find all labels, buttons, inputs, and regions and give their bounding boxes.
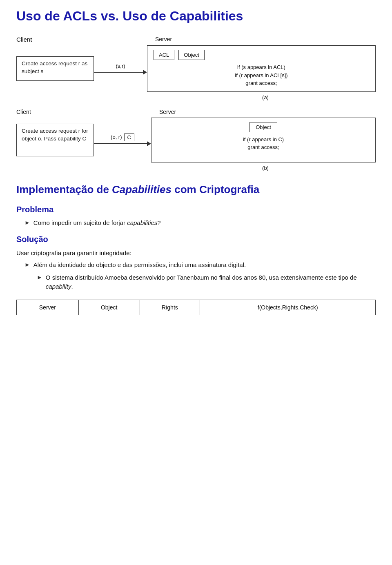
client-label-a: Client	[16, 36, 94, 43]
client-box-a-text: Create access request r as subject s	[22, 60, 87, 74]
problema-title: Problema	[16, 205, 376, 214]
arrow-label-b: (o, r)	[111, 134, 122, 140]
sub-bullet-item-1: ► O sistema distribuído Amoeba desenvolv…	[37, 273, 376, 291]
server-inner-a: ACL Object	[154, 50, 369, 60]
section2-heading: Implementação de Capabilities com Cripto…	[16, 183, 376, 196]
solucao-body: Usar criptografia para garantir integrid…	[16, 248, 376, 258]
bullet-arrow-1: ►	[24, 219, 30, 226]
server-text-b: if (r appears in C) grant access;	[158, 136, 369, 151]
diagram-a: Create access request r as subject s (s,…	[16, 45, 376, 92]
arrow-line-body-a	[94, 72, 143, 73]
server-box-a: ACL Object if (s appears in ACL) if (r a…	[147, 45, 376, 92]
object-box-a: Object	[178, 50, 205, 60]
client-box-a: Create access request r as subject s	[16, 56, 94, 81]
sub-bullet-text-1: O sistema distribuído Amoeba desenvolvid…	[46, 273, 376, 291]
bullet1-italic: capabilities	[127, 219, 157, 226]
table-cell-rights: Rights	[140, 300, 200, 315]
diagram-b-section: Client Server Create access request r fo…	[16, 109, 376, 171]
bullet3-italic: capability	[46, 283, 71, 290]
server-label-b: Server	[151, 109, 176, 115]
server-text-a-line1: if (s appears in ACL)	[154, 63, 369, 71]
bullet3-prefix: O sistema distribuído Amoeba desenvolvid…	[46, 274, 357, 281]
diagram-a-labels: Client Server	[16, 36, 376, 43]
diagram-b-labels: Client Server	[16, 109, 376, 115]
bullet-arrow-2: ►	[24, 261, 30, 268]
diagram-b: Create access request r for object o. Pa…	[16, 118, 376, 162]
arrow-line-b	[94, 141, 151, 146]
server-text-a-line3: grant access;	[154, 79, 369, 87]
section2-prefix: Implementação de	[16, 183, 112, 196]
bullet-text-2: Além da identidade do objecto e das perm…	[33, 260, 246, 270]
section2-italic: Capabilities	[112, 183, 172, 196]
client-label-b: Client	[16, 109, 94, 115]
arrow-head-b	[147, 141, 151, 146]
diagram-a-sublabel: (a)	[155, 94, 376, 100]
bullet1-end: ?	[157, 219, 160, 226]
server-inner-b: Object	[158, 122, 369, 132]
server-text-b-line2: grant access;	[158, 143, 369, 151]
server-label-a: Server	[147, 36, 172, 43]
bullet-item-2: ► Além da identidade do objecto e das pe…	[24, 260, 376, 270]
arrow-area-b: (o, r) C	[94, 133, 151, 146]
title-italic: Capabilities	[170, 9, 243, 23]
object-box-b: Object	[249, 122, 277, 132]
server-text-b-line1: if (r appears in C)	[158, 136, 369, 144]
solucao-title: Solução	[16, 235, 376, 244]
c-badge: C	[124, 133, 134, 141]
server-text-a-line2: if (r appears in ACL[s])	[154, 71, 369, 80]
arrow-label-a: (s,r)	[116, 63, 125, 69]
table-cell-function: f(Objects,Rights,Check)	[200, 300, 376, 315]
table-row: Server Object Rights f(Objects,Rights,Ch…	[17, 300, 376, 315]
arrow-line-a	[94, 70, 147, 75]
table-cell-server: Server	[17, 300, 79, 315]
table-cell-object: Object	[78, 300, 140, 315]
bullet-text-1: Como impedir um sujeito de forjar capabi…	[33, 218, 161, 228]
diagram-b-sublabel: (b)	[155, 165, 376, 171]
client-box-b-text: Create access request r for object o. Pa…	[22, 128, 88, 142]
bullet-item-1: ► Como impedir um sujeito de forjar capa…	[24, 218, 376, 228]
arrow-area-a: (s,r)	[94, 63, 147, 75]
bullet1-text: Como impedir um sujeito de forjar	[33, 219, 127, 226]
title-prefix: Uso de ACLs vs. Uso de	[16, 9, 170, 23]
client-box-b: Create access request r for object o. Pa…	[16, 124, 94, 156]
bullet3-end: .	[71, 283, 73, 290]
section2-suffix: com Criptografia	[172, 183, 259, 196]
bottom-table: Server Object Rights f(Objects,Rights,Ch…	[16, 300, 376, 315]
acl-box: ACL	[154, 50, 174, 60]
page-title: Uso de ACLs vs. Uso de Capabilities	[16, 8, 376, 24]
diagram-a-section: Client Server Create access request r as…	[16, 36, 376, 100]
arrow-row-b: (o, r) C	[111, 133, 134, 141]
arrow-line-body-b	[94, 143, 147, 144]
server-text-a: if (s appears in ACL) if (r appears in A…	[154, 63, 369, 87]
arrow-head-a	[143, 70, 147, 75]
sub-bullet-arrow-1: ►	[37, 274, 42, 280]
server-box-b: Object if (r appears in C) grant access;	[151, 118, 376, 162]
